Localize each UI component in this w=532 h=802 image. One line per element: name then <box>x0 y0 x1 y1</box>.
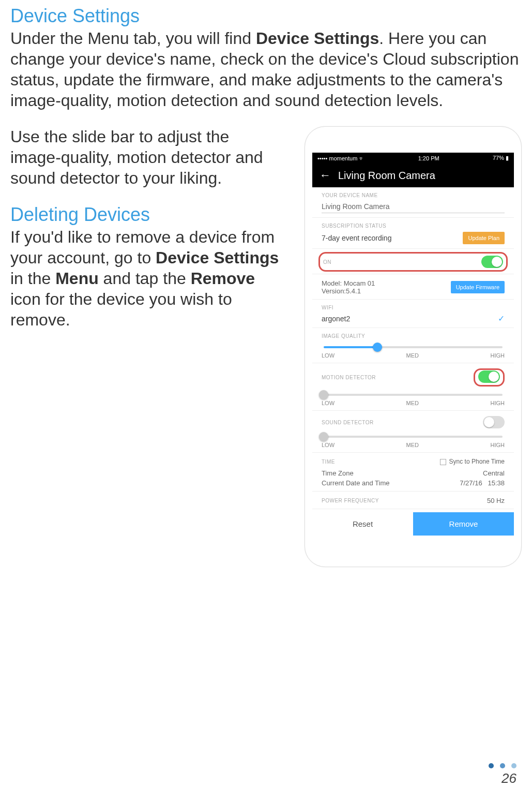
slider-label-high: HIGH <box>490 352 505 359</box>
status-time: 1:20 PM <box>418 155 439 161</box>
slider-label-high: HIGH <box>490 400 505 406</box>
sync-checkbox[interactable] <box>440 459 446 465</box>
slider-label-med: MED <box>406 400 419 406</box>
on-toggle[interactable] <box>481 256 503 268</box>
label-wifi: WIFI <box>322 305 505 310</box>
reset-button[interactable]: Reset <box>312 512 413 536</box>
slider-label-med: MED <box>406 442 419 448</box>
text-segment: icon for the device you wish to remove. <box>10 290 232 329</box>
paragraph-slidebar: Use the slide bar to adjust the image-qu… <box>10 126 284 188</box>
highlight-motion-toggle <box>474 368 505 387</box>
label-device-name: YOUR DEVICE NAME <box>322 192 505 198</box>
label-power-frequency: POWER FREQUENCY <box>322 498 379 503</box>
version-text: Version:5.4.1 <box>322 287 375 295</box>
power-frequency-value: 50 Hz <box>487 497 505 504</box>
section-image-quality: IMAGE QUALITY LOW MED HIGH <box>312 328 514 363</box>
datetime-label: Current Date and Time <box>322 479 390 487</box>
dot-icon <box>489 763 494 768</box>
section-power-frequency: POWER FREQUENCY 50 Hz <box>312 492 514 509</box>
update-plan-button[interactable]: Update Plan <box>463 232 505 244</box>
phone-screen: ••••• momentum ᯤ 1:20 PM 77% ▮ ← Living … <box>312 153 514 536</box>
status-carrier: ••••• momentum ᯤ <box>317 155 364 161</box>
timezone-value: Central <box>483 469 505 477</box>
back-icon[interactable]: ← <box>320 169 331 182</box>
phone-mockup: ••••• momentum ᯤ 1:20 PM 77% ▮ ← Living … <box>305 126 522 567</box>
sound-toggle[interactable] <box>483 416 505 428</box>
update-firmware-button[interactable]: Update Firmware <box>451 281 505 293</box>
label-on: ON <box>323 259 331 265</box>
section-wifi: WIFI argonet2 ✓ <box>312 300 514 328</box>
heading-deleting-devices: Deleting Devices <box>10 204 284 226</box>
label-image-quality: IMAGE QUALITY <box>322 333 505 339</box>
model-text: Model: Mocam 01 <box>322 279 375 287</box>
page-footer: 26 <box>489 763 516 786</box>
text-segment: Under the Menu tab, you will find <box>10 29 256 48</box>
highlight-on-toggle: ON <box>318 252 508 272</box>
text-bold: Device Settings <box>256 29 379 48</box>
sound-slider[interactable] <box>324 436 503 438</box>
section-subscription: SUBSCRIPTION STATUS 7-day event recordin… <box>312 218 514 249</box>
text-segment: in the <box>10 269 55 288</box>
section-motion-detector: MOTION DETECTOR LOW MED HIGH <box>312 363 514 411</box>
text-bold: Remove <box>191 269 255 288</box>
screen-title: Living Room Camera <box>338 170 435 182</box>
section-device-name: YOUR DEVICE NAME <box>312 187 514 218</box>
dot-icon <box>511 763 516 768</box>
paragraph-remove: If you'd like to remove a device from yo… <box>10 227 284 330</box>
label-sound-detector: SOUND DETECTOR <box>322 420 374 425</box>
status-bar: ••••• momentum ᯤ 1:20 PM 77% ▮ <box>312 153 514 164</box>
status-battery: 77% ▮ <box>493 155 509 161</box>
label-time: TIME <box>322 459 335 465</box>
text-bold: Device Settings <box>156 248 279 267</box>
wifi-value: argonet2 <box>322 315 350 323</box>
motion-slider[interactable] <box>324 394 503 396</box>
heading-device-settings: Device Settings <box>10 5 522 27</box>
remove-button[interactable]: Remove <box>413 512 514 536</box>
slider-label-low: LOW <box>322 400 335 406</box>
slider-label-low: LOW <box>322 442 335 448</box>
footer-dots <box>489 763 516 768</box>
sync-label: Sync to Phone Time <box>449 458 505 465</box>
text-segment: and tap the <box>99 269 191 288</box>
page-number: 26 <box>489 770 516 786</box>
device-name-input[interactable] <box>322 201 505 213</box>
timezone-label: Time Zone <box>322 469 354 477</box>
slider-label-med: MED <box>406 352 419 359</box>
time-value: 15:38 <box>488 479 505 487</box>
slider-label-low: LOW <box>322 352 335 359</box>
section-firmware: Model: Mocam 01 Version:5.4.1 Update Fir… <box>312 274 514 300</box>
motion-toggle[interactable] <box>478 370 500 383</box>
text-bold: Menu <box>55 269 99 288</box>
bottom-buttons: Reset Remove <box>312 512 514 536</box>
image-quality-slider[interactable] <box>324 346 503 348</box>
section-sound-detector: SOUND DETECTOR LOW MED HIGH <box>312 411 514 453</box>
section-on-toggle: ON <box>312 249 514 274</box>
label-subscription: SUBSCRIPTION STATUS <box>322 223 505 229</box>
subscription-value: 7-day event recording <box>322 234 391 242</box>
check-icon: ✓ <box>498 314 505 323</box>
screen-header: ← Living Room Camera <box>312 164 514 187</box>
section-time: TIME Sync to Phone Time Time Zone Centra… <box>312 453 514 492</box>
date-value: 7/27/16 <box>460 479 482 487</box>
dot-icon <box>500 763 505 768</box>
paragraph-intro: Under the Menu tab, you will find Device… <box>10 28 522 111</box>
slider-label-high: HIGH <box>490 442 505 448</box>
label-motion-detector: MOTION DETECTOR <box>322 375 376 380</box>
